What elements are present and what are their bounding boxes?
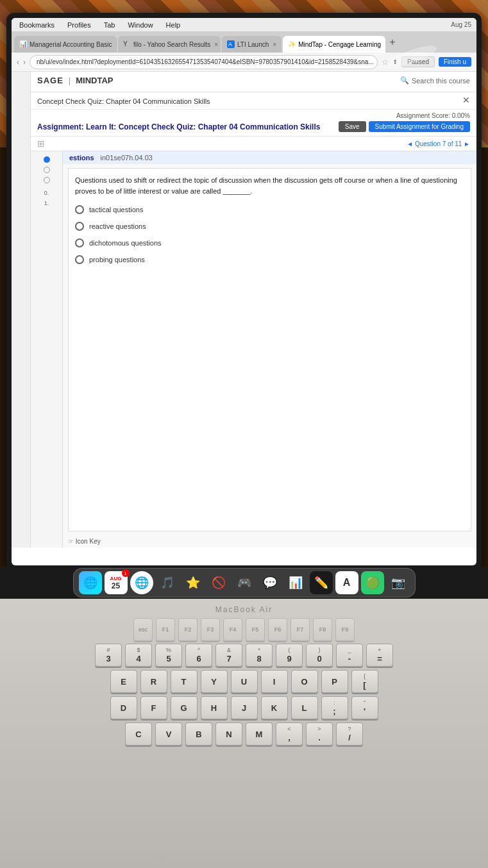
option-label-b: reactive questions — [89, 222, 146, 230]
key-o[interactable]: O — [291, 670, 318, 693]
key-3[interactable]: # 3 — [95, 644, 122, 667]
key-m[interactable]: M — [246, 722, 273, 746]
key-f2[interactable]: F2 — [178, 618, 198, 641]
key-comma[interactable]: < , — [276, 722, 303, 746]
q-dot-filled — [44, 156, 50, 163]
option-label-d: probing questions — [89, 256, 145, 263]
dock-item-bars[interactable]: 📊 — [284, 571, 307, 594]
dock-item-calendar[interactable]: AUG 25 1 — [105, 571, 128, 594]
key-esc[interactable]: esc — [133, 618, 153, 641]
key-0[interactable]: ) 0 — [306, 644, 333, 667]
radio-c[interactable] — [75, 238, 84, 247]
key-f3[interactable]: F3 — [201, 618, 220, 641]
key-f4[interactable]: F4 — [223, 618, 242, 641]
menu-bookmarks[interactable]: Bookmarks — [17, 20, 57, 30]
menu-tab[interactable]: Tab — [101, 20, 118, 30]
key-r[interactable]: R — [140, 670, 167, 693]
option-c[interactable]: dichotomous questions — [75, 237, 464, 249]
option-d[interactable]: probing questions — [75, 254, 464, 265]
key-slash[interactable]: ? / — [336, 722, 363, 746]
radio-b[interactable] — [75, 222, 84, 231]
key-f9[interactable]: F9 — [335, 618, 355, 641]
submit-button[interactable]: Submit Assignment for Grading — [369, 121, 470, 132]
dock-item-music[interactable]: ⭐ — [181, 571, 205, 594]
key-k[interactable]: K — [261, 696, 288, 719]
option-b[interactable]: reactive questions — [75, 221, 464, 232]
key-period[interactable]: > . — [306, 722, 333, 746]
sage-mindtap-bar: SAGE | MINDTAP 🔍 Search this course — [37, 76, 470, 85]
key-j[interactable]: J — [231, 696, 258, 719]
close-button[interactable]: ✕ — [462, 95, 470, 105]
key-y[interactable]: Y — [201, 670, 228, 693]
dock-item-green[interactable]: 🟢 — [361, 571, 384, 594]
tab-mindtap[interactable]: ✨ MindTap - Cengage Learning × — [283, 36, 385, 53]
key-d[interactable]: D — [110, 696, 137, 719]
key-semicolon[interactable]: : ; — [321, 696, 348, 719]
option-a[interactable]: tactical questions — [75, 204, 464, 215]
dock-item-facetime[interactable]: 🎵 — [156, 571, 179, 594]
key-c[interactable]: C — [125, 722, 152, 746]
key-equals[interactable]: + = — [366, 644, 393, 667]
key-minus[interactable]: _ - — [336, 644, 363, 667]
tab-managerial[interactable]: 📊 Managerial Accounting Basic × — [14, 36, 117, 53]
key-b[interactable]: B — [185, 722, 212, 746]
tab-yahoo[interactable]: Y filo - Yahoo Search Results × — [118, 36, 221, 53]
key-4[interactable]: $ 4 — [125, 644, 152, 667]
key-5[interactable]: % 5 — [155, 644, 182, 667]
save-button[interactable]: Save — [339, 121, 366, 132]
new-tab-button[interactable]: + — [389, 37, 395, 48]
tab-lti[interactable]: A LTI Launch × — [222, 36, 282, 53]
finish-button[interactable]: Finish u — [439, 57, 471, 67]
key-e[interactable]: E — [110, 670, 137, 693]
key-t[interactable]: T — [171, 670, 198, 693]
address-input[interactable]: nb/ui/evo/index.html?deploymentId=610435… — [29, 55, 378, 69]
dock-item-font[interactable]: A — [335, 571, 358, 594]
paused-button[interactable]: Paused — [401, 56, 435, 67]
key-9[interactable]: ( 9 — [276, 644, 303, 667]
key-v[interactable]: V — [155, 722, 182, 746]
key-h[interactable]: H — [201, 696, 228, 719]
key-p[interactable]: P — [321, 670, 348, 693]
asdf-row: D F G H J K L : ; " ' — [13, 696, 475, 719]
key-l[interactable]: L — [291, 696, 318, 719]
tab-close-lti[interactable]: × — [273, 41, 276, 48]
page-content: SAGE | MINDTAP 🔍 Search this course ✕ Co… — [12, 72, 476, 547]
dock-item-camera[interactable]: 📷 — [387, 571, 410, 594]
share-icon[interactable]: ⬆ — [392, 58, 398, 65]
radio-d[interactable] — [75, 255, 84, 264]
key-6[interactable]: ^ 6 — [185, 644, 212, 667]
menu-help[interactable]: Help — [164, 20, 183, 30]
prev-question-button[interactable]: ◄ Question 7 of 11 ► — [407, 140, 470, 147]
key-f[interactable]: F — [140, 696, 167, 719]
tab-close-mindtap[interactable]: × — [385, 41, 385, 48]
key-g[interactable]: G — [171, 696, 198, 719]
tab-close-managerial[interactable]: × — [115, 41, 117, 48]
menu-profiles[interactable]: Profiles — [65, 20, 94, 30]
key-8[interactable]: * 8 — [246, 644, 273, 667]
search-area[interactable]: 🔍 Search this course — [400, 76, 470, 85]
key-f1[interactable]: F1 — [156, 618, 175, 641]
dock-item-pencil[interactable]: ✏️ — [310, 571, 333, 594]
back-button[interactable]: ‹ — [17, 58, 19, 67]
dock-item-game[interactable]: 🎮 — [233, 571, 256, 594]
dock-item-reeder[interactable]: 🚫 — [207, 571, 230, 594]
key-7[interactable]: & 7 — [215, 644, 242, 667]
radio-a[interactable] — [75, 205, 84, 214]
key-f5[interactable]: F5 — [246, 618, 265, 641]
menu-window[interactable]: Window — [125, 20, 155, 30]
key-f7[interactable]: F7 — [290, 618, 310, 641]
dock-item-chrome[interactable]: 🌐 — [130, 571, 153, 594]
tab-close-yahoo[interactable]: × — [214, 41, 218, 48]
search-label: Search this course — [412, 77, 470, 85]
dock-item-messages[interactable]: 💬 — [258, 571, 282, 594]
bookmark-star-icon[interactable]: ☆ — [382, 58, 389, 67]
key-bracket-l[interactable]: { [ — [351, 670, 378, 693]
forward-button[interactable]: › — [23, 58, 26, 67]
key-f8[interactable]: F8 — [313, 618, 332, 641]
dock-item-finder[interactable]: 🌐 — [79, 571, 102, 594]
key-i[interactable]: I — [261, 670, 288, 693]
key-n[interactable]: N — [215, 722, 242, 746]
key-quote[interactable]: " ' — [351, 696, 378, 719]
key-f6[interactable]: F6 — [268, 618, 287, 641]
key-u[interactable]: U — [231, 670, 258, 693]
